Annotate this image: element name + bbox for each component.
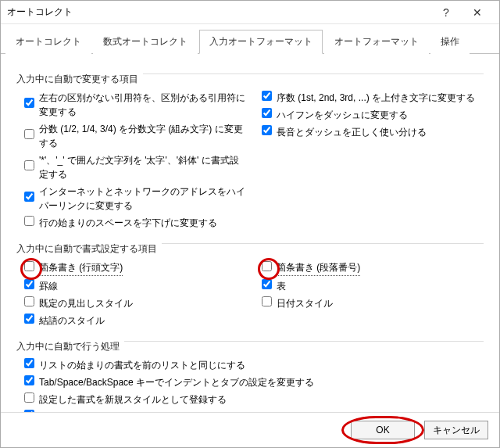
checkbox-wrap (24, 216, 34, 230)
option-row: Tab/Space/BackSpace キーでインデントとタブの設定を変更する (24, 374, 484, 391)
option-label[interactable]: ハイフンをダッシュに変更する (277, 108, 408, 122)
option-checkbox[interactable] (262, 261, 272, 271)
tab[interactable]: 操作 (430, 30, 470, 54)
option-checkbox[interactable] (24, 261, 34, 271)
section-title: 入力中に自動で変更する項目 (16, 73, 143, 86)
option-row: リストの始まりの書式を前のリストと同じにする (24, 357, 484, 374)
option-row: 長音とダッシュを正しく使い分ける (262, 124, 484, 141)
checkbox-wrap (24, 296, 34, 310)
option-label[interactable]: '*'、'_' で囲んだ文字列を '太字'、'斜体' に書式設定する (39, 153, 246, 181)
help-button[interactable]: ? (430, 2, 462, 23)
option-label[interactable]: 表 (277, 279, 286, 293)
option-row: 序数 (1st, 2nd, 3rd, ...) を上付き文字に変更する (262, 89, 484, 106)
checkbox-wrap (262, 108, 272, 122)
ok-highlight: OK (351, 421, 415, 439)
checkbox-wrap (262, 279, 272, 293)
option-label[interactable]: 罫線 (39, 279, 58, 293)
checkbox-wrap (24, 98, 34, 112)
section-auto-format: 入力中に自動で書式設定する項目 箇条書き (行頭文字)罫線既定の見出しスタイル結… (16, 236, 484, 329)
option-checkbox[interactable] (262, 108, 272, 118)
option-checkbox[interactable] (262, 296, 272, 306)
option-checkbox[interactable] (24, 129, 34, 139)
option-checkbox[interactable] (262, 91, 272, 101)
checkbox-wrap (24, 375, 34, 389)
dialog-content: 入力中に自動で変更する項目 左右の区別がない引用符を、区別がある引用符に変更する… (1, 54, 499, 412)
section-title: 入力中に自動で書式設定する項目 (16, 242, 162, 256)
option-checkbox[interactable] (24, 279, 34, 289)
option-checkbox[interactable] (262, 279, 272, 289)
checkbox-wrap (24, 192, 34, 206)
option-checkbox[interactable] (24, 358, 34, 368)
checkbox-wrap (262, 125, 272, 139)
option-row: ハイフンをダッシュに変更する (262, 106, 484, 124)
option-row: 設定した書式を新規スタイルとして登録する (24, 391, 484, 408)
tab[interactable]: 数式オートコレクト (93, 30, 198, 54)
tab[interactable]: 入力オートフォーマット (199, 30, 323, 54)
option-row: 分数 (1/2, 1/4, 3/4) を分数文字 (組み文字) に変更する (24, 120, 246, 152)
option-row: 日付スタイル (262, 295, 484, 312)
tab[interactable]: オートコレクト (5, 30, 91, 54)
option-row: かっこを正しく組み合わせる (24, 408, 484, 412)
tab[interactable]: オートフォーマット (324, 30, 429, 54)
section-auto-replace: 入力中に自動で変更する項目 左右の区別がない引用符を、区別がある引用符に変更する… (16, 66, 484, 231)
section-auto-process: 入力中に自動で行う処理 リストの始まりの書式を前のリストと同じにするTab/Sp… (16, 334, 484, 412)
option-row: 箇条書き (行頭文字) (24, 259, 246, 278)
option-label[interactable]: 左右の区別がない引用符を、区別がある引用符に変更する (39, 91, 246, 119)
option-row: '*'、'_' で囲んだ文字列を '太字'、'斜体' に書式設定する (24, 152, 246, 183)
option-label[interactable]: 結語のスタイル (39, 314, 105, 328)
option-row: 表 (262, 278, 484, 295)
option-row: 罫線 (24, 278, 246, 295)
option-checkbox[interactable] (24, 160, 34, 170)
option-label[interactable]: 長音とダッシュを正しく使い分ける (277, 125, 427, 139)
dialog-window: オートコレクト ? ✕ オートコレクト数式オートコレクト入力オートフォーマットオ… (0, 0, 500, 448)
option-label[interactable]: かっこを正しく組み合わせる (39, 410, 161, 412)
checkbox-wrap (24, 279, 34, 293)
option-label[interactable]: 行の始まりのスペースを字下げに変更する (39, 216, 217, 230)
checkbox-wrap (24, 261, 34, 275)
option-row: 既定の見出しスタイル (24, 295, 246, 312)
button-bar: OK キャンセル (1, 412, 499, 447)
checkbox-wrap (262, 91, 272, 105)
option-label[interactable]: 設定した書式を新規スタイルとして登録する (39, 392, 227, 407)
titlebar: オートコレクト ? ✕ (1, 1, 499, 24)
tab-bar: オートコレクト数式オートコレクト入力オートフォーマットオートフォーマット操作 (1, 24, 499, 54)
option-row: 左右の区別がない引用符を、区別がある引用符に変更する (24, 89, 246, 120)
option-label[interactable]: 箇条書き (行頭文字) (39, 260, 123, 276)
checkbox-wrap (24, 358, 34, 372)
option-label[interactable]: Tab/Space/BackSpace キーでインデントとタブの設定を変更する (39, 375, 314, 389)
option-row: 結語のスタイル (24, 312, 246, 329)
option-checkbox[interactable] (24, 410, 34, 412)
checkbox-wrap (24, 392, 34, 407)
option-label[interactable]: 序数 (1st, 2nd, 3rd, ...) を上付き文字に変更する (277, 91, 475, 105)
option-checkbox[interactable] (24, 192, 34, 202)
section-title: 入力中に自動で行う処理 (16, 340, 124, 353)
option-checkbox[interactable] (24, 375, 34, 385)
option-label[interactable]: 箇条書き (段落番号) (277, 260, 360, 276)
option-row: インターネットとネットワークのアドレスをハイパーリンクに変更する (24, 183, 246, 214)
checkbox-wrap (24, 410, 34, 412)
option-checkbox[interactable] (24, 314, 34, 324)
option-label[interactable]: 分数 (1/2, 1/4, 3/4) を分数文字 (組み文字) に変更する (39, 122, 246, 150)
option-row: 行の始まりのスペースを字下げに変更する (24, 214, 246, 231)
option-checkbox[interactable] (24, 216, 34, 226)
checkbox-wrap (24, 129, 34, 143)
option-checkbox[interactable] (24, 296, 34, 306)
option-checkbox[interactable] (24, 98, 34, 108)
window-title: オートコレクト (7, 5, 430, 19)
checkbox-wrap (262, 296, 272, 310)
checkbox-wrap (24, 314, 34, 328)
cancel-button[interactable]: キャンセル (424, 421, 488, 439)
option-checkbox[interactable] (262, 125, 272, 135)
checkbox-wrap (24, 160, 34, 174)
option-checkbox[interactable] (24, 392, 34, 403)
option-label[interactable]: 日付スタイル (277, 296, 333, 310)
option-row: 箇条書き (段落番号) (262, 259, 484, 278)
ok-button[interactable]: OK (351, 421, 415, 439)
close-button[interactable]: ✕ (462, 2, 493, 23)
option-label[interactable]: インターネットとネットワークのアドレスをハイパーリンクに変更する (39, 185, 246, 213)
option-label[interactable]: 既定の見出しスタイル (39, 296, 133, 310)
checkbox-wrap (262, 261, 272, 275)
option-label[interactable]: リストの始まりの書式を前のリストと同じにする (39, 358, 245, 372)
